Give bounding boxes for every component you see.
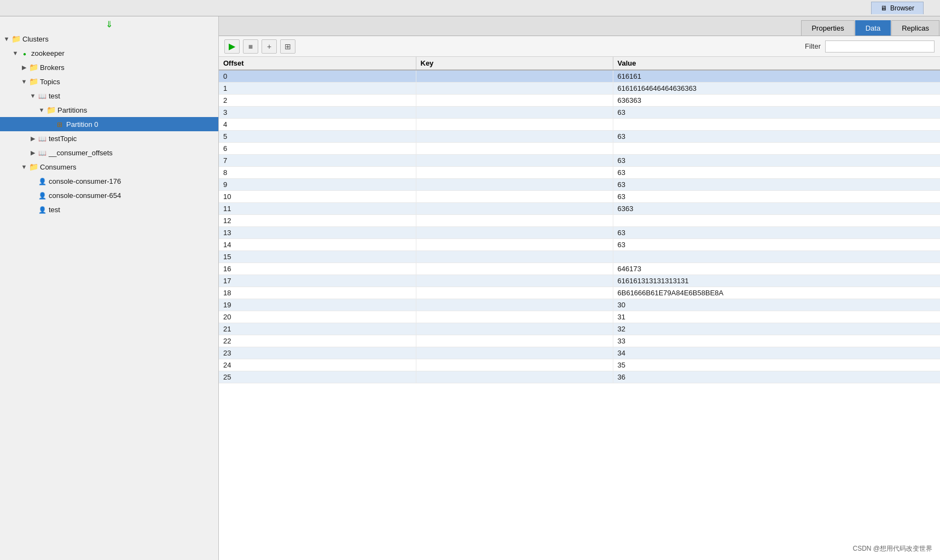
- table-row[interactable]: 186B61666B61E79A84E6B58BE8A: [219, 287, 940, 299]
- cell-value: 32: [613, 323, 940, 335]
- cell-key: [416, 335, 613, 347]
- cell-value: 646173: [613, 263, 940, 275]
- cell-offset: 11: [219, 203, 416, 215]
- table-row[interactable]: 2536: [219, 371, 940, 383]
- tree-node-label: Topics: [40, 78, 218, 86]
- table-row[interactable]: 12: [219, 215, 940, 227]
- cell-value: 63: [613, 227, 940, 239]
- cell-key: [416, 371, 613, 383]
- table-row[interactable]: 2435: [219, 359, 940, 371]
- tree-node-brokers[interactable]: ▶📁Brokers: [0, 60, 218, 74]
- tree-node-label: Brokers: [40, 63, 218, 72]
- table-row[interactable]: 2334: [219, 347, 940, 359]
- cell-key: [416, 311, 613, 323]
- cell-value: 63: [613, 179, 940, 191]
- table-icon: ⊞: [285, 42, 291, 51]
- table-row[interactable]: 6: [219, 143, 940, 155]
- tree-node-topics[interactable]: ▼📁Topics: [0, 74, 218, 89]
- table-row[interactable]: 4: [219, 119, 940, 131]
- expand-icon[interactable]: ▼: [20, 78, 28, 85]
- cell-value: 35: [613, 359, 940, 371]
- filter-label: Filter: [805, 42, 821, 50]
- cell-offset: 3: [219, 107, 416, 119]
- main-layout: ⇓ ▼📁Clusters▼●zookeeper▶📁Brokers▼📁Topics…: [0, 16, 940, 560]
- tree-node-partition0[interactable]: ⊞Partition 0: [0, 117, 218, 131]
- table-row[interactable]: 863: [219, 167, 940, 179]
- tree-node-consumer176[interactable]: 👤console-consumer-176: [0, 174, 218, 188]
- expand-icon[interactable]: ▼: [2, 36, 11, 42]
- cell-value: 63: [613, 131, 940, 143]
- cell-key: [416, 323, 613, 335]
- cell-key: [416, 167, 613, 179]
- expand-icon[interactable]: ▼: [11, 50, 20, 56]
- cell-value: [613, 119, 940, 131]
- table-button[interactable]: ⊞: [280, 39, 295, 54]
- add-button[interactable]: +: [262, 39, 277, 54]
- cell-key: [416, 83, 613, 95]
- tree-node-consumer654[interactable]: 👤console-consumer-654: [0, 188, 218, 202]
- table-row[interactable]: 16646173: [219, 263, 940, 275]
- cell-key: [416, 299, 613, 311]
- cell-offset: 21: [219, 323, 416, 335]
- table-row[interactable]: 963: [219, 179, 940, 191]
- tab-properties[interactable]: Properties: [801, 20, 854, 36]
- browser-icon: 🖥: [880, 4, 887, 12]
- table-row[interactable]: 1363: [219, 227, 940, 239]
- play-button[interactable]: ▶: [224, 39, 240, 54]
- tree-node-label: console-consumer-176: [49, 177, 218, 185]
- table-row[interactable]: 563: [219, 131, 940, 143]
- consumer-icon: 👤: [37, 205, 47, 214]
- cell-key: [416, 143, 613, 155]
- cell-offset: 7: [219, 155, 416, 167]
- table-row[interactable]: 2031: [219, 311, 940, 323]
- tree-node-zookeeper[interactable]: ▼●zookeeper: [0, 46, 218, 60]
- table-row[interactable]: 1463: [219, 239, 940, 251]
- tree-node-label: Partition 0: [66, 120, 218, 129]
- col-header-key: Key: [416, 57, 613, 70]
- expand-icon[interactable]: ▶: [28, 149, 37, 156]
- tab-data[interactable]: Data: [855, 20, 891, 36]
- cell-offset: 1: [219, 83, 416, 95]
- expand-icon[interactable]: ▶: [20, 64, 28, 71]
- table-row[interactable]: 15: [219, 251, 940, 263]
- add-icon: +: [267, 42, 271, 51]
- tree-node-label: testTopic: [49, 135, 218, 143]
- table-row[interactable]: 2132: [219, 323, 940, 335]
- tree-node-consumer_offsets[interactable]: ▶📖__consumer_offsets: [0, 145, 218, 160]
- expand-icon[interactable]: ▼: [37, 107, 46, 113]
- expand-icon[interactable]: ▼: [20, 164, 28, 170]
- browser-tab[interactable]: 🖥 Browser: [871, 2, 924, 14]
- filter-input[interactable]: [825, 40, 935, 52]
- table-row[interactable]: 17616161313131313131: [219, 275, 940, 287]
- cell-offset: 18: [219, 287, 416, 299]
- table-row[interactable]: 1930: [219, 299, 940, 311]
- watermark: CSDN @想用代码改变世界: [850, 543, 935, 555]
- table-row[interactable]: 2636363: [219, 95, 940, 107]
- expand-icon[interactable]: ▼: [28, 92, 37, 99]
- table-row[interactable]: 2233: [219, 335, 940, 347]
- col-header-value: Value: [613, 57, 940, 70]
- cell-key: [416, 155, 613, 167]
- tree-node-testTopic[interactable]: ▶📖testTopic: [0, 131, 218, 145]
- tree-node-partitions[interactable]: ▼📁Partitions: [0, 103, 218, 117]
- cell-value: [613, 251, 940, 263]
- cell-key: [416, 227, 613, 239]
- tree-node-consumers[interactable]: ▼📁Consumers: [0, 160, 218, 174]
- expand-icon[interactable]: ▶: [28, 135, 37, 142]
- stop-button[interactable]: ■: [243, 39, 258, 54]
- folder-open-icon: 📁: [28, 162, 38, 171]
- tree-node-test_consumer[interactable]: 👤test: [0, 202, 218, 217]
- table-row[interactable]: 161616164646464636363: [219, 83, 940, 95]
- data-table: Offset Key Value 06161611616161646464646…: [219, 57, 940, 383]
- cell-offset: 0: [219, 70, 416, 83]
- table-row[interactable]: 1063: [219, 191, 940, 203]
- tree-node-clusters[interactable]: ▼📁Clusters: [0, 32, 218, 46]
- cell-key: [416, 179, 613, 191]
- table-row[interactable]: 116363: [219, 203, 940, 215]
- table-row[interactable]: 363: [219, 107, 940, 119]
- tree-node-test[interactable]: ▼📖test: [0, 89, 218, 103]
- table-row[interactable]: 763: [219, 155, 940, 167]
- cell-value: 616161313131313131: [613, 275, 940, 287]
- tab-replicas[interactable]: Replicas: [891, 20, 939, 36]
- table-row[interactable]: 0616161: [219, 70, 940, 83]
